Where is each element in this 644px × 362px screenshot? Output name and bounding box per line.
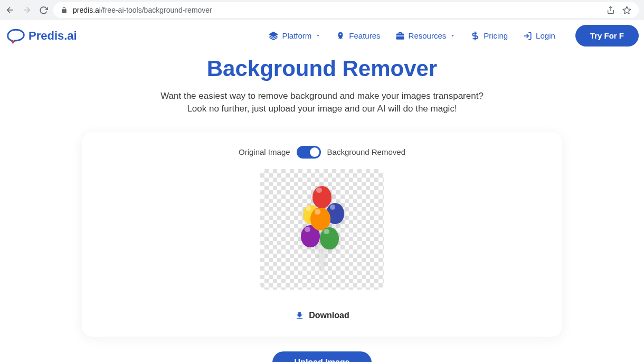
main-content: Background Remover Want the easiest way … xyxy=(0,52,644,362)
balloon-orange xyxy=(310,207,330,230)
url-text: predis.ai/free-ai-tools/background-remov… xyxy=(73,6,597,14)
image-preview xyxy=(260,169,384,290)
toggle-label-original: Original Image xyxy=(239,147,290,156)
nav-pricing-label: Pricing xyxy=(484,31,508,40)
url-host: predis.ai xyxy=(73,6,101,14)
dollar-icon xyxy=(470,31,480,41)
browser-toolbar: predis.ai/free-ai-tools/background-remov… xyxy=(0,0,644,20)
nav-platform-label: Platform xyxy=(282,31,311,40)
download-icon xyxy=(295,311,305,321)
balloons-image xyxy=(290,182,354,277)
reload-button[interactable] xyxy=(39,6,48,15)
url-path: /free-ai-tools/background-remover xyxy=(101,6,212,14)
nav-resources-label: Resources xyxy=(409,31,447,40)
nav-arrows xyxy=(5,5,48,15)
nav-items: Platform Features Resources Pricing xyxy=(269,25,639,47)
nav-features[interactable]: Features xyxy=(336,31,380,41)
download-label: Download xyxy=(309,311,349,320)
toggle-knob xyxy=(310,147,319,157)
addressbar-actions xyxy=(607,6,631,15)
view-toggle[interactable] xyxy=(297,146,321,159)
star-icon[interactable] xyxy=(622,6,631,15)
caret-down-icon xyxy=(450,33,456,39)
result-card: Original Image Background Removed xyxy=(82,132,562,337)
try-free-button[interactable]: Try For F xyxy=(575,25,639,47)
site-header: Predis.ai Platform Features Resources xyxy=(0,20,644,52)
subtitle-line1: Want the easiest way to remove backgroun… xyxy=(160,91,484,101)
balloon-red xyxy=(312,186,332,208)
address-bar[interactable]: predis.ai/free-ai-tools/background-remov… xyxy=(53,2,639,18)
login-icon xyxy=(523,31,532,41)
layers-icon xyxy=(269,31,278,41)
rocket-icon xyxy=(336,31,345,41)
svg-marker-1 xyxy=(623,6,630,13)
subtitle-line2: Look no further, just upload your image … xyxy=(187,104,457,114)
lock-icon xyxy=(61,7,68,14)
nav-platform[interactable]: Platform xyxy=(269,31,321,41)
balloon-green xyxy=(320,227,339,249)
logo[interactable]: Predis.ai xyxy=(6,28,77,44)
nav-login[interactable]: Login xyxy=(523,31,555,41)
forward-button[interactable] xyxy=(22,5,32,15)
toggle-label-removed: Background Removed xyxy=(327,147,405,156)
nav-resources[interactable]: Resources xyxy=(395,31,456,41)
nav-login-label: Login xyxy=(536,31,555,40)
back-button[interactable] xyxy=(5,5,15,15)
page-subtitle: Want the easiest way to remove backgroun… xyxy=(11,90,633,115)
toggle-row: Original Image Background Removed xyxy=(98,146,546,159)
download-button[interactable]: Download xyxy=(98,311,546,321)
logo-icon xyxy=(6,28,25,44)
upload-image-button[interactable]: Upload Image xyxy=(272,351,372,362)
share-icon[interactable] xyxy=(607,6,615,14)
toolbox-icon xyxy=(395,31,405,41)
page-title: Background Remover xyxy=(11,56,633,81)
nav-pricing[interactable]: Pricing xyxy=(470,31,508,41)
logo-text: Predis.ai xyxy=(29,29,77,43)
caret-down-icon xyxy=(315,33,321,39)
nav-features-label: Features xyxy=(349,31,380,40)
